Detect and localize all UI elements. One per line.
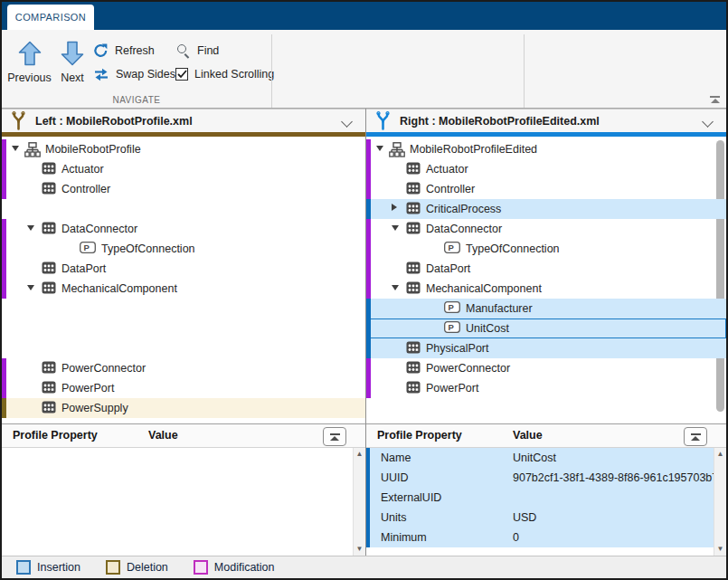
refresh-button[interactable]: Refresh	[93, 41, 155, 61]
tree-row[interactable]: PowerPort	[366, 378, 726, 398]
scroll-up-icon[interactable]: ▲	[714, 448, 726, 461]
tree-row[interactable]: CriticalProcess	[366, 199, 726, 219]
left-file-header[interactable]: Left : MobileRobotProfile.xml	[2, 109, 365, 132]
find-button[interactable]: Find	[175, 41, 219, 61]
property-row[interactable]: UnitsUSD	[366, 508, 714, 528]
collapse-arrow-icon[interactable]	[376, 146, 383, 151]
arrow-up-icon	[18, 40, 42, 67]
property-name: Name	[381, 452, 411, 464]
property-icon: P	[444, 301, 460, 313]
scroll-down-icon[interactable]: ▼	[714, 543, 726, 556]
collapse-panel-button[interactable]	[684, 427, 707, 446]
property-name: ExternalUID	[381, 491, 441, 504]
stereotype-icon	[42, 401, 56, 414]
tree-row[interactable]: MobileRobotProfileEdited	[366, 139, 726, 159]
collapse-arrow-icon[interactable]	[12, 146, 19, 151]
tree-row[interactable]: Actuator	[2, 159, 365, 179]
svg-text:P: P	[449, 242, 455, 252]
tree-row[interactable]: MechanicalComponent	[2, 279, 365, 299]
modification-change-bar	[2, 239, 6, 259]
tree-item-label: MobileRobotProfile	[45, 143, 141, 156]
scrollbar[interactable]: ▲ ▼	[714, 448, 726, 556]
chevron-down-icon[interactable]	[702, 116, 714, 128]
tree-row[interactable]: PManufacturer	[366, 299, 726, 319]
tree-row[interactable]: PowerConnector	[366, 358, 726, 378]
expand-arrow-icon[interactable]	[392, 204, 397, 211]
tree-row[interactable]: PhysicalPort	[366, 338, 726, 358]
modification-change-bar	[2, 219, 6, 239]
collapse-panel-icon	[330, 433, 340, 435]
tree-item-label: DataConnector	[426, 223, 502, 235]
tree-row[interactable]: DataPort	[366, 259, 726, 279]
tree-item-label: PowerSupply	[61, 402, 128, 414]
checkbox-checked-icon[interactable]	[175, 68, 188, 81]
tree-row[interactable]: PTypeOfConnection	[2, 239, 365, 259]
left-file-title: Left : MobileRobotProfile.xml	[35, 115, 193, 128]
stereotype-icon	[42, 182, 56, 195]
property-row[interactable]: Minimum0	[366, 528, 714, 547]
insertion-change-bar	[366, 528, 370, 547]
property-row[interactable]: NameUnitCost	[366, 448, 714, 468]
tree-item-label: Controller	[61, 183, 110, 195]
legend-label: Modification	[214, 561, 275, 574]
profile-fork-icon	[374, 111, 392, 130]
collapse-arrow-icon[interactable]	[27, 285, 34, 290]
tree-row[interactable]: Controller	[366, 179, 726, 199]
modification-change-bar	[366, 239, 371, 259]
tree-row-empty	[2, 338, 365, 358]
collapse-arrow-icon[interactable]	[27, 225, 34, 231]
property-icon: P	[444, 321, 460, 333]
modification-change-bar	[366, 219, 371, 239]
linked-scrolling-toggle[interactable]: Linked Scrolling	[175, 64, 274, 84]
tree-row[interactable]: PowerConnector	[2, 358, 365, 378]
tree-row-empty	[2, 299, 365, 319]
insertion-change-bar	[366, 319, 371, 338]
tree-row[interactable]: PUnitCost	[366, 319, 726, 338]
insertion-change-bar	[366, 468, 370, 488]
tree-row[interactable]: Controller	[2, 179, 365, 199]
insertion-color-swatch	[16, 560, 31, 575]
tree-row[interactable]: PowerPort	[2, 378, 365, 398]
property-row[interactable]: UUID907b2cf1-38f1-4389-8f86-961c195703b7	[366, 468, 714, 488]
tree-item-label: MobileRobotProfileEdited	[410, 143, 537, 156]
tree-row[interactable]: PowerSupply	[2, 398, 365, 418]
collapse-panel-button[interactable]	[323, 427, 346, 446]
right-file-header[interactable]: Right : MobileRobotProfileEdited.xml	[366, 109, 726, 132]
tree-item-label: Actuator	[61, 163, 104, 176]
swap-sides-button[interactable]: Swap Sides	[93, 64, 175, 84]
property-row[interactable]: ExternalUID	[366, 488, 714, 508]
scroll-down-icon[interactable]: ▼	[354, 543, 365, 556]
next-button[interactable]: Next	[54, 33, 90, 104]
legend-label: Insertion	[37, 561, 80, 574]
tree-item-label: PowerConnector	[426, 362, 510, 375]
legend-label: Deletion	[127, 561, 168, 574]
stereotype-icon	[42, 361, 56, 374]
toolbar-section-separator	[524, 34, 525, 108]
stereotype-icon	[406, 341, 421, 354]
tree-row[interactable]: DataConnector	[366, 219, 726, 239]
tree-item-label: PhysicalPort	[426, 342, 488, 355]
stereotype-icon	[42, 162, 56, 175]
collapse-panel-icon	[691, 433, 701, 435]
property-column-header: Profile Property	[13, 429, 98, 442]
scroll-up-icon[interactable]: ▲	[354, 448, 365, 461]
tree-row[interactable]: PTypeOfConnection	[366, 239, 726, 259]
scrollbar[interactable]: ▲ ▼	[353, 448, 365, 556]
tree-row[interactable]: Actuator	[366, 159, 726, 179]
tab-comparison[interactable]: COMPARISON	[7, 5, 94, 30]
collapse-ribbon-button[interactable]	[710, 96, 720, 103]
tree-row[interactable]: MobileRobotProfile	[2, 139, 365, 159]
stereotype-icon	[406, 202, 421, 214]
tree-row[interactable]: MechanicalComponent	[366, 279, 726, 299]
previous-button-label: Previous	[7, 71, 52, 84]
collapse-arrow-icon[interactable]	[392, 285, 399, 290]
chevron-down-icon[interactable]	[341, 116, 353, 128]
tab-comparison-label: COMPARISON	[15, 12, 86, 23]
toolbar-section-separator	[271, 34, 272, 108]
tree-row[interactable]: DataConnector	[2, 219, 365, 239]
tree-row[interactable]: DataPort	[2, 259, 365, 279]
find-button-label: Find	[197, 44, 219, 57]
collapse-arrow-icon[interactable]	[392, 225, 399, 231]
previous-button[interactable]: Previous	[5, 33, 54, 104]
modification-change-bar	[2, 378, 6, 398]
